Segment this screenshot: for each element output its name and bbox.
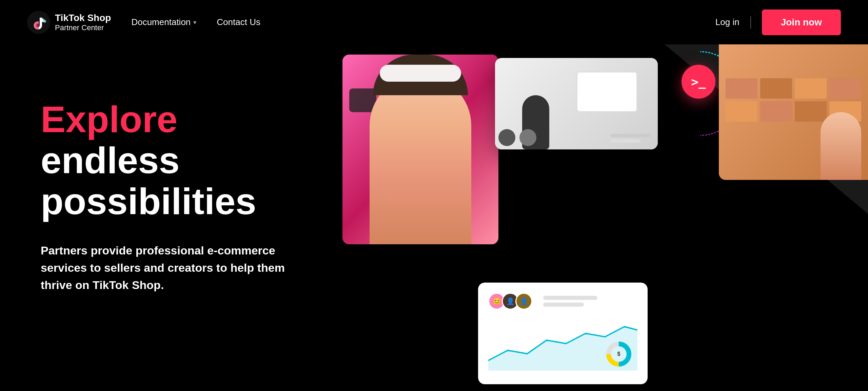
hero-content: Explore endless possibilities Partners p… [0, 44, 305, 294]
nav-links: Documentation ▾ Contact Us [131, 17, 715, 27]
beauty-influencer-image [342, 55, 498, 244]
logo-link[interactable]: TikTok Shop Partner Center [27, 11, 111, 34]
avatar-group: 😊 👤 👤 [488, 293, 532, 310]
join-now-button[interactable]: Join now [762, 9, 841, 35]
analytics-chart: $ [488, 316, 637, 371]
donut-chart: $ [604, 339, 634, 369]
documentation-nav-link[interactable]: Documentation ▾ [131, 17, 196, 27]
svg-text:$: $ [617, 351, 620, 357]
chevron-down-icon: ▾ [193, 19, 196, 26]
brand-name: TikTok Shop Partner Center [55, 12, 111, 33]
nav-divider [750, 16, 751, 28]
hero-subtitle: Partners provide professional e-commerce… [41, 242, 305, 294]
headband-shape [380, 65, 461, 82]
contact-us-nav-link[interactable]: Contact Us [217, 17, 260, 27]
meeting-card [495, 58, 658, 149]
navbar: TikTok Shop Partner Center Documentation… [0, 0, 868, 44]
hero-images-area: >_ [309, 44, 868, 391]
hero-title: Explore endless possibilities [41, 99, 305, 222]
nav-right-area: Log in Join now [715, 9, 841, 35]
whiteboard-shape [576, 71, 637, 112]
analytics-dashboard-card: 😊 👤 👤 [478, 283, 648, 384]
person-shape [370, 75, 471, 244]
tiktok-logo-icon [27, 11, 50, 34]
login-link[interactable]: Log in [715, 17, 739, 27]
avatar-3: 👤 [515, 293, 532, 310]
terminal-button: >_ [682, 65, 715, 99]
hero-section: Explore endless possibilities Partners p… [0, 44, 868, 391]
warehouse-card [719, 44, 868, 180]
